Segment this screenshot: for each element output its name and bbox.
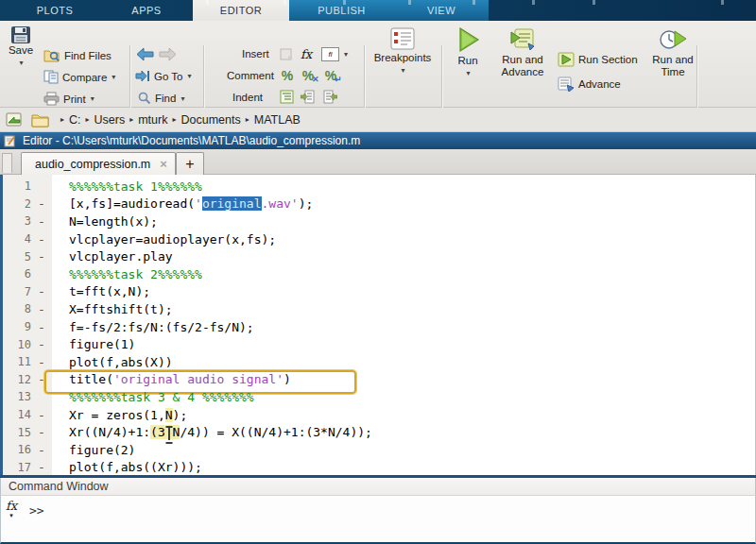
run-dropdown-icon[interactable]: ▾ [466,67,470,79]
new-tab-button[interactable]: + [176,152,204,175]
forward-button[interactable] [159,47,177,61]
folder-icon[interactable] [31,112,49,128]
find-files-icon [43,48,60,62]
close-tab-icon[interactable]: × [160,157,167,171]
insert-dropdown-icon[interactable]: ▾ [344,50,348,59]
command-window[interactable]: fx ▾ >> [0,496,756,544]
insert-function-button[interactable]: fi ▾ [321,47,348,61]
code-text[interactable]: plot(f,abs((Xr))); [52,460,202,474]
compare-button[interactable]: Compare ▾ [43,70,115,84]
run-icon [454,25,482,55]
run-section-button[interactable]: Run Section [558,52,638,67]
code-segment: %%%%%%task 2%%%%%% [69,267,202,281]
breadcrumb-item[interactable]: C: [66,113,84,127]
code-text[interactable]: plot(f,abs(X)) [52,355,173,369]
code-line[interactable]: 5-vlcplayer.play [3,247,755,265]
code-segment: figure(2) [69,443,135,457]
go-to-dropdown-icon[interactable]: ▾ [187,72,191,80]
code-line[interactable]: 3-N=length(x); [3,212,755,230]
wrap-comments-button[interactable]: % ↵ [323,68,350,83]
code-line[interactable]: 17-plot(f,abs((Xr))); [3,459,755,476]
breadcrumb-separator-icon: ▸ [59,115,66,124]
code-segment: vlcplayer=audioplayer(x,fs); [69,232,276,246]
highlighted-text: (3 [150,425,165,439]
code-line[interactable]: 7-t=fft(x,N); [3,283,755,301]
code-text[interactable]: Xr((N/4)+1:(3*N/4)) = X((N/4)+1:(3*N/4))… [52,425,372,439]
print-dropdown-icon[interactable]: ▾ [91,94,94,103]
code-text[interactable]: %%%%%%task 1%%%%%% [52,179,202,194]
code-line[interactable]: 16-figure(2) [3,441,755,459]
address-bar: ▸C:▸Users▸mturk▸Documents▸MATLAB [0,108,756,132]
advance-button[interactable]: Advance [558,76,621,92]
save-button[interactable]: Save ▾ [4,26,38,69]
code-line[interactable]: 14-Xr = zeros(1,N); [3,406,755,424]
find-dropdown-icon[interactable]: ▾ [180,94,184,103]
breakpoints-button[interactable]: Breakpoints ▾ [369,26,437,76]
code-line[interactable]: 15-Xr((N/4)+1:(3*N/4)) = X((N/4)+1:(3*N/… [3,423,755,441]
print-icon [43,92,60,106]
code-text[interactable]: %%%%%%%task 3 & 4 %%%%%%% [52,390,254,404]
breadcrumb: ▸C:▸Users▸mturk▸Documents▸MATLAB [59,113,303,127]
document-tab-audio-compression[interactable]: audio_compression.m × [21,152,176,175]
compare-dropdown-icon[interactable]: ▾ [112,73,115,81]
smart-indent-button[interactable] [280,90,294,104]
code-line[interactable]: 6%%%%%%task 2%%%%%% [3,265,755,283]
run-and-time-button[interactable]: Run and Time [648,26,697,78]
indent-right-button[interactable] [301,90,315,104]
run-button[interactable]: Run ▾ [448,25,488,79]
go-to-button[interactable]: Go To ▾ [134,70,192,82]
code-line[interactable]: 8-X=fftshift(t); [3,300,755,318]
fx-button[interactable]: fx ▾ [6,502,17,520]
code-lines: 1%%%%%%task 1%%%%%%2-[x,fs]=audioread('o… [3,178,755,475]
code-text[interactable]: [x,fs]=audioread('original.wav'); [52,196,313,211]
code-segment: ' [195,196,202,211]
tab-apps[interactable]: APPS [111,0,182,21]
run-and-advance-button[interactable]: Run and Advance [492,26,553,78]
code-text[interactable]: X=fftshift(t); [52,302,173,316]
code-segment: t=fft(x,N); [69,284,150,298]
command-prompt[interactable]: >> [29,503,44,518]
code-text[interactable]: f=-fs/2:fs/N:(fs/2-fs/N); [52,320,254,334]
code-editor[interactable]: 1%%%%%%task 1%%%%%%2-[x,fs]=audioread('o… [0,175,756,475]
code-text[interactable]: N=length(x); [52,214,158,229]
code-line[interactable]: 4-vlcplayer=audioplayer(x,fs); [3,230,755,248]
breadcrumb-item[interactable]: mturk [135,113,170,127]
line-number: 14 [3,408,31,421]
breakpoints-dropdown-icon[interactable]: ▾ [401,64,404,76]
code-line[interactable]: 12-title('original audio signal') [3,371,755,389]
find-files-button[interactable]: Find Files [43,48,112,62]
save-dropdown-icon[interactable]: ▾ [19,57,23,69]
code-text[interactable]: t=fft(x,N); [52,284,150,298]
tab-plots[interactable]: PLOTS [19,0,91,21]
find-button[interactable]: Find ▾ [138,92,184,105]
code-text[interactable]: figure(1) [52,337,135,351]
command-window-header[interactable]: Command Window [0,478,756,496]
indent-left-button[interactable] [323,90,337,104]
code-text[interactable]: figure(2) [52,443,135,457]
breadcrumb-separator-icon: ▸ [84,115,92,124]
insert-fx-button[interactable]: fx [301,47,312,61]
code-text[interactable]: Xr = zeros(1,N); [52,408,187,422]
editor-title-bar[interactable]: Editor - C:\Users\mturk\Documents\MATLAB… [0,132,756,149]
code-text-annotated[interactable]: title('original audio signal') [52,372,291,386]
code-line[interactable]: 9-f=-fs/2:fs/N:(fs/2-fs/N); [3,318,755,336]
breadcrumb-item[interactable]: MATLAB [251,113,303,127]
tab-publish[interactable]: PUBLISH [289,0,394,21]
browse-folder-icon[interactable] [5,111,24,128]
code-line[interactable]: 13%%%%%%%task 3 & 4 %%%%%%% [3,388,755,406]
code-segment: ) [284,372,291,386]
back-button[interactable] [136,47,154,61]
insert-section-button[interactable] [280,48,295,61]
code-line[interactable]: 11-plot(f,abs(X)) [3,353,755,371]
comment-button[interactable]: % [280,68,295,83]
print-button[interactable]: Print ▾ [43,92,94,106]
code-text[interactable]: vlcplayer.play [52,249,173,264]
code-text[interactable]: vlcplayer=audioplayer(x,fs); [52,232,276,246]
code-line[interactable]: 10-figure(1) [3,335,755,353]
code-text[interactable]: %%%%%%task 2%%%%%% [52,267,202,281]
go-to-icon [134,70,150,82]
breadcrumb-item[interactable]: Documents [178,113,243,127]
code-line[interactable]: 1%%%%%%task 1%%%%%% [3,178,755,196]
code-line[interactable]: 2-[x,fs]=audioread('original.wav'); [3,196,755,213]
breadcrumb-item[interactable]: Users [92,113,129,127]
